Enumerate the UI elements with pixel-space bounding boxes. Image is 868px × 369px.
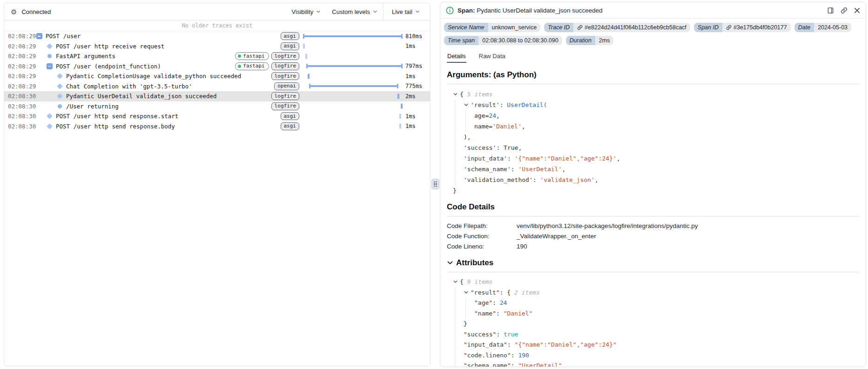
collapse-icon[interactable] (36, 33, 42, 39)
code-token: 24 (500, 299, 507, 306)
code-token: , (496, 112, 500, 119)
meta-badge-value: 2024-05-03 (814, 23, 851, 32)
meta-badge-date: Date2024-05-03 (794, 23, 851, 32)
tab-raw-data[interactable]: Raw Data (478, 51, 506, 63)
duration-tick (305, 54, 307, 59)
trace-row-badges: asgi (281, 42, 300, 50)
collapse-caret-icon[interactable] (464, 290, 469, 295)
span-meta-badges: Service Nameunknown_serviceTrace ID#e822… (440, 19, 866, 49)
live-tail-section: Live tail (383, 3, 430, 20)
code-token: "name" (474, 310, 496, 317)
code-line: 'result': UserDetail( (447, 100, 859, 110)
collapse-caret-icon[interactable] (453, 92, 458, 97)
code-token: UserDetail( (507, 101, 547, 108)
trace-row[interactable]: 02:08:30/User returninglogfire (4, 101, 430, 112)
code-token: 'UserDetail' (518, 166, 562, 173)
trace-row[interactable]: 02:08:30Pydantic UserDetail validate_jso… (4, 91, 430, 101)
trace-row[interactable]: 02:08:30POST /user http send response.bo… (4, 121, 430, 132)
code-token: : (496, 331, 504, 338)
code-token: true (504, 331, 518, 338)
trace-row[interactable]: 02:08:29FastAPI argumentsfastapilogfire (4, 51, 430, 61)
trace-row[interactable]: 02:08:29POST /userasgi810ms (4, 31, 430, 41)
trace-row[interactable]: 02:08:29POST /user (endpoint_function)fa… (4, 61, 430, 72)
indent-guide (455, 132, 455, 142)
code-token: 'Daniel' (492, 123, 522, 130)
meta-badge-value: 02:08:30.088 to 02:08:30.090 (478, 36, 562, 45)
meta-badge-span-id[interactable]: Span ID#3e175db4f0b20177 (694, 23, 791, 32)
badge-asgi: asgi (281, 32, 300, 40)
indent-guide (455, 110, 455, 121)
tab-details[interactable]: Details (447, 51, 466, 63)
custom-levels-label: Custom levels (332, 8, 370, 15)
duration-bar-area (303, 61, 403, 72)
detail-content: Arguments: (as Python) { 5 items'result'… (440, 70, 866, 367)
trace-row[interactable]: 02:08:29Chat Completion with 'gpt-3.5-tu… (4, 81, 430, 92)
indent-guide (455, 121, 455, 132)
diamond-icon (56, 84, 63, 88)
code-line: } (447, 185, 859, 196)
code-token: : (500, 101, 507, 108)
meta-badge-label: Time span (444, 36, 478, 45)
settings-gear-icon[interactable]: ⚙ (11, 8, 17, 15)
code-detail-label: Code Lineno: (447, 242, 517, 252)
meta-badge-label: Duration (566, 36, 595, 45)
green-dot-icon (238, 54, 241, 58)
code-details-table: Code Filepath:venv/lib/python3.12/site-p… (447, 221, 859, 252)
trace-row[interactable]: 02:08:30POST /user http send response.st… (4, 111, 430, 121)
collapse-icon[interactable] (46, 63, 53, 69)
chevron-down-icon[interactable] (447, 260, 453, 266)
arguments-python-block: { 5 items'result': UserDetail(age=24,nam… (447, 89, 859, 196)
code-token: : (500, 289, 507, 296)
code-detail-value: 190 (517, 242, 527, 252)
indent-guide (455, 174, 455, 185)
badge-asgi: asgi (281, 112, 300, 120)
duration-bar-area (303, 51, 403, 61)
trace-row-list: 02:08:29POST /userasgi810ms02:08:29POST … (4, 31, 430, 131)
dock-panel-icon[interactable] (827, 7, 834, 14)
close-icon[interactable] (854, 7, 860, 13)
duration-bar (309, 84, 398, 88)
trace-row[interactable]: 02:08:29POST /user http receive requesta… (4, 41, 430, 52)
code-token: , (562, 166, 565, 173)
meta-badge-trace-id[interactable]: Trace ID#e8224d24d41f064b112c6eb9cb58cac… (544, 23, 690, 32)
duration-label: 775ms (405, 83, 422, 89)
code-token: age= (474, 112, 489, 119)
trace-row-badges: fastapilogfire (235, 62, 299, 70)
trace-row-timestamp: 02:08:29 (8, 53, 36, 60)
duration-bar-area (303, 81, 403, 92)
code-line: "success": true (447, 329, 859, 340)
code-token: 9 items (464, 278, 493, 285)
indent-guide (455, 142, 455, 153)
meta-badge-label: Trace ID (544, 23, 573, 32)
connection-status-label: Connected (21, 8, 51, 15)
collapse-caret-icon[interactable] (453, 279, 458, 284)
duration-bar (306, 64, 403, 68)
copy-link-icon[interactable] (841, 7, 848, 14)
code-token: { (507, 289, 511, 296)
indent-guide (455, 309, 455, 319)
indent-guide (455, 153, 455, 164)
code-token: ), (464, 134, 471, 141)
custom-levels-dropdown[interactable]: Custom levels (326, 3, 383, 20)
collapse-caret-icon[interactable] (464, 102, 469, 107)
diamond-icon (46, 114, 53, 118)
duration-tick (303, 44, 305, 49)
code-token: True, (504, 144, 522, 151)
badge-logfire: logfire (271, 92, 299, 100)
link-icon (726, 25, 732, 30)
trace-row-label: FastAPI arguments (56, 53, 115, 60)
info-icon (446, 7, 454, 14)
code-token: : (496, 310, 504, 317)
visibility-dropdown[interactable]: Visibility (286, 3, 327, 20)
code-detail-row: Code Lineno:190 (447, 242, 859, 252)
circle-icon (46, 54, 53, 58)
code-token: : (507, 341, 515, 348)
trace-row[interactable]: 02:08:29Pydantic CompletionUsage validat… (4, 71, 430, 81)
live-tail-dropdown[interactable]: Live tail (384, 3, 430, 20)
duration-bar-area (303, 71, 403, 81)
code-detail-label: Code Function: (447, 231, 517, 242)
panel-splitter-handle[interactable] (431, 179, 439, 189)
code-line: 'validation_method': 'validate_json', (447, 174, 859, 185)
indent-guide (455, 361, 455, 367)
trace-row-badges: logfire (271, 72, 299, 80)
